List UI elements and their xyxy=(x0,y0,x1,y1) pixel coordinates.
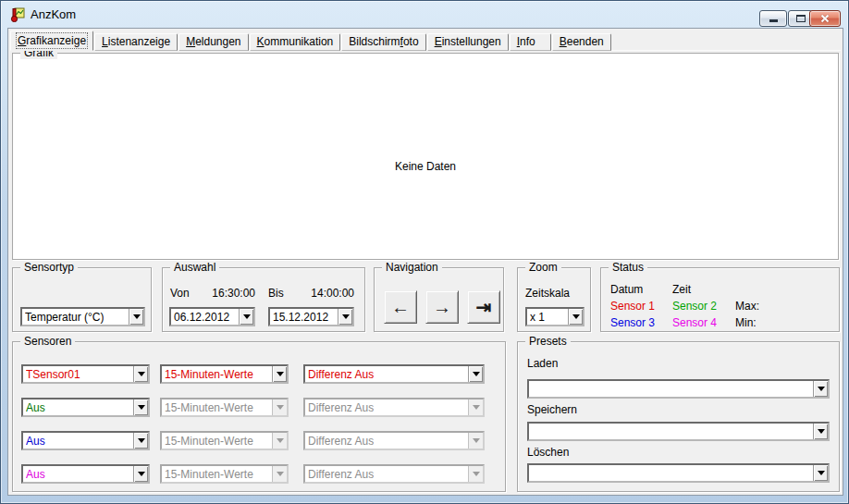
sensor4-label: Sensor 4 xyxy=(672,316,735,329)
laden-label: Laden xyxy=(527,357,558,370)
speichern-select[interactable] xyxy=(527,422,830,441)
zeitskala-label: Zeitskala xyxy=(525,287,570,300)
grafik-group: Grafik Keine Daten xyxy=(12,53,839,260)
von-date-select[interactable]: 06.12.2012 xyxy=(169,307,255,326)
von-time: 16:30:00 xyxy=(200,287,255,300)
sensor3-interval-select: 15-Minuten-Werte xyxy=(160,431,289,450)
anzkom-window: AnzKom Grafikanzeige Listenanzeige Meldu… xyxy=(0,0,849,504)
sensortyp-group: Sensortyp Temperatur (°C) xyxy=(12,267,152,332)
dropdown-arrow-icon[interactable] xyxy=(813,381,828,397)
zeit-label: Zeit xyxy=(672,283,735,296)
tab-kommunikation[interactable]: Kommunikation xyxy=(250,33,341,51)
dropdown-arrow-icon[interactable] xyxy=(129,309,143,325)
auswahl-group-title: Auswahl xyxy=(170,261,219,274)
sensor3-select[interactable]: Aus xyxy=(21,431,150,450)
speichern-label: Speichern xyxy=(527,403,577,416)
presets-group-title: Presets xyxy=(525,335,571,348)
loeschen-label: Löschen xyxy=(527,446,569,459)
dropdown-arrow-icon[interactable] xyxy=(272,366,287,382)
tab-bildschirmfoto[interactable]: Bildschirmfoto xyxy=(341,33,425,51)
sensor2-differenz-select: Differenz Aus xyxy=(303,398,485,417)
tab-strip: Grafikanzeige Listenanzeige Meldungen Ko… xyxy=(10,31,841,51)
bis-date-select[interactable]: 15.12.2012 xyxy=(268,307,354,326)
sensor4-differenz-select: Differenz Aus xyxy=(303,464,485,484)
bis-date-value: 15.12.2012 xyxy=(273,311,328,324)
minimize-icon xyxy=(769,19,778,22)
navigation-group: Navigation ← → ⇥ xyxy=(374,267,504,332)
titlebar[interactable]: AnzKom xyxy=(1,1,848,29)
min-label: Min: xyxy=(735,316,759,329)
zoom-group-title: Zoom xyxy=(525,261,561,274)
dropdown-arrow-icon[interactable] xyxy=(239,309,253,325)
navigation-group-title: Navigation xyxy=(382,261,442,274)
empty-data-message: Keine Daten xyxy=(13,160,838,173)
sensor2-label: Sensor 2 xyxy=(672,300,735,313)
dropdown-arrow-icon[interactable] xyxy=(813,465,828,481)
status-grid: Datum Zeit Sensor 1 Sensor 2 Max: Sensor… xyxy=(610,281,759,331)
dropdown-arrow-icon[interactable] xyxy=(133,433,148,449)
dropdown-arrow-icon[interactable] xyxy=(568,309,583,325)
sensortyp-group-title: Sensortyp xyxy=(20,261,78,274)
dropdown-arrow-icon xyxy=(272,433,287,449)
tab-grafikanzeige[interactable]: Grafikanzeige xyxy=(10,31,93,51)
max-label: Max: xyxy=(735,300,759,313)
maximize-icon xyxy=(796,15,806,22)
zoom-group: Zoom Zeitskala x 1 xyxy=(517,267,591,332)
sensortyp-select[interactable]: Temperatur (°C) xyxy=(20,307,145,326)
bis-time: 14:00:00 xyxy=(299,287,354,300)
nav-to-end-button[interactable]: ⇥ xyxy=(467,290,500,324)
tab-meldungen[interactable]: Meldungen xyxy=(178,33,248,51)
dropdown-arrow-icon xyxy=(272,400,287,415)
dropdown-arrow-icon[interactable] xyxy=(468,366,483,382)
dropdown-arrow-icon xyxy=(272,466,287,482)
sensor4-interval-select: 15-Minuten-Werte xyxy=(160,464,289,484)
sensor2-interval-select: 15-Minuten-Werte xyxy=(160,398,289,417)
von-label: Von xyxy=(170,287,190,300)
dropdown-arrow-icon[interactable] xyxy=(338,309,352,325)
nav-forward-button[interactable]: → xyxy=(425,290,459,324)
client-area: Grafikanzeige Listenanzeige Meldungen Ko… xyxy=(8,29,843,495)
zeitskala-select[interactable]: x 1 xyxy=(525,307,584,326)
arrow-to-end-icon: ⇥ xyxy=(476,296,492,318)
window-title: AnzKom xyxy=(31,1,76,29)
von-date-value: 06.12.2012 xyxy=(174,311,229,324)
sensor3-label: Sensor 3 xyxy=(610,316,672,329)
sensor1-select[interactable]: TSensor01 xyxy=(21,364,150,384)
nav-back-button[interactable]: ← xyxy=(384,290,417,324)
status-group-title: Status xyxy=(609,261,647,274)
sensor1-differenz-select[interactable]: Differenz Aus xyxy=(303,364,485,384)
sensor1-interval-select[interactable]: 15-Minuten-Werte xyxy=(160,364,289,384)
sensor2-select[interactable]: Aus xyxy=(21,398,150,417)
app-icon xyxy=(10,7,25,22)
auswahl-group: Auswahl Von 16:30:00 Bis 14:00:00 06.12.… xyxy=(162,267,365,332)
sensor4-select[interactable]: Aus xyxy=(21,464,150,484)
laden-select[interactable] xyxy=(527,379,830,399)
sensoren-group-title: Sensoren xyxy=(20,335,75,348)
arrow-right-icon: → xyxy=(433,297,451,318)
tab-beenden[interactable]: Beenden xyxy=(552,33,611,51)
dropdown-arrow-icon[interactable] xyxy=(133,466,148,482)
dropdown-arrow-icon xyxy=(468,400,483,415)
sensortyp-value: Temperatur (°C) xyxy=(25,311,104,324)
loeschen-select[interactable] xyxy=(527,463,830,483)
dropdown-arrow-icon[interactable] xyxy=(133,400,148,415)
arrow-left-icon: ← xyxy=(391,297,410,318)
tab-einstellungen[interactable]: Einstellungen xyxy=(427,33,509,51)
dropdown-arrow-icon xyxy=(468,466,483,482)
presets-group: Presets Laden Speichern Löschen xyxy=(517,341,840,492)
tab-info[interactable]: Info xyxy=(510,33,551,51)
close-icon xyxy=(820,14,830,23)
status-group: Status Datum Zeit Sensor 1 Sensor 2 Max:… xyxy=(600,267,840,332)
dropdown-arrow-icon[interactable] xyxy=(133,366,148,382)
dropdown-arrow-icon[interactable] xyxy=(813,424,828,439)
minimize-button[interactable] xyxy=(759,10,787,27)
sensoren-group: Sensoren TSensor01 15-Minuten-Werte Diff… xyxy=(12,341,506,492)
datum-label: Datum xyxy=(610,283,672,296)
dropdown-arrow-icon xyxy=(468,433,483,449)
close-button[interactable] xyxy=(809,10,841,27)
bis-label: Bis xyxy=(268,287,284,300)
tab-listenanzeige[interactable]: Listenanzeige xyxy=(94,33,178,51)
sensor3-differenz-select: Differenz Aus xyxy=(303,431,485,450)
sensor1-label: Sensor 1 xyxy=(610,300,672,313)
zeitskala-value: x 1 xyxy=(530,311,545,324)
